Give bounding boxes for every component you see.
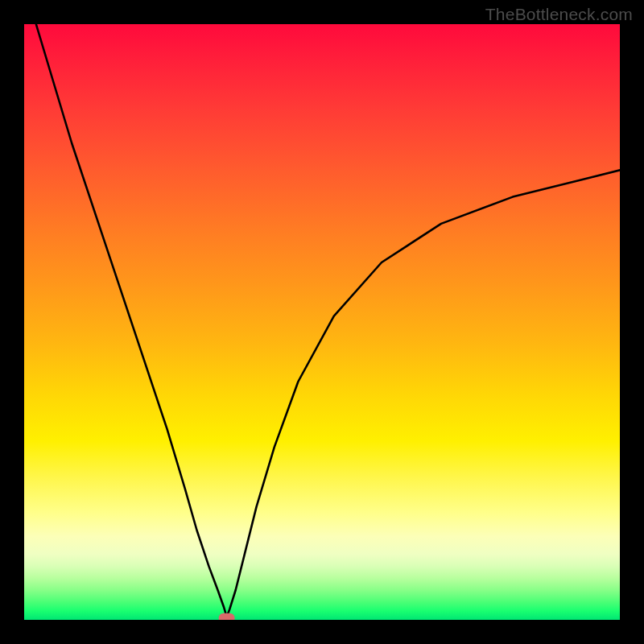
bottleneck-curve bbox=[36, 24, 620, 617]
chart-overlay bbox=[24, 24, 620, 620]
chart-frame: TheBottleneck.com bbox=[0, 0, 644, 644]
optimum-marker bbox=[219, 613, 235, 620]
watermark-text: TheBottleneck.com bbox=[485, 5, 633, 24]
